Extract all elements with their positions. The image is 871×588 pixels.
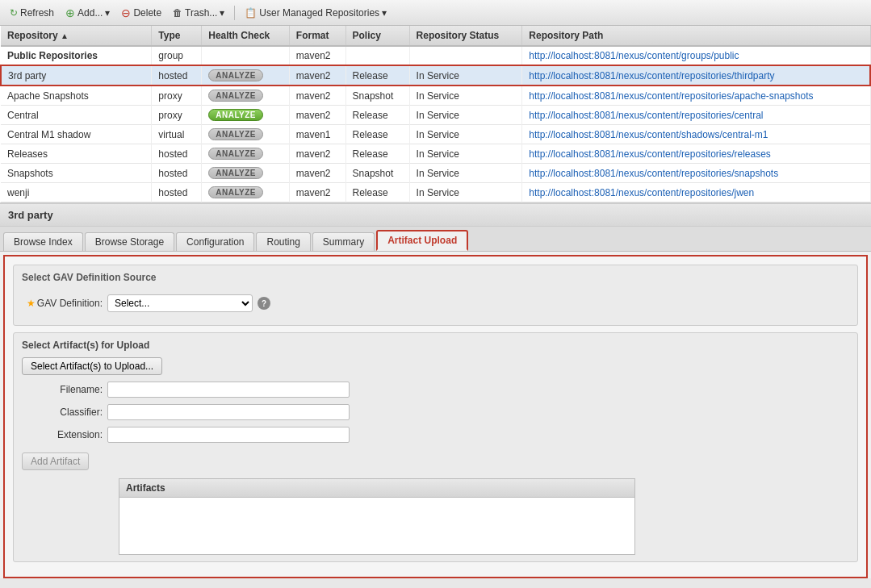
repo-path-link[interactable]: http://localhost:8081/nexus/content/repo… (529, 148, 771, 160)
gav-label: ★GAV Definition: (22, 298, 103, 309)
tab-browse-index[interactable]: Browse Index (3, 232, 83, 251)
analyze-button[interactable]: ANALYZE (208, 109, 263, 121)
panel-title: 3rd party (0, 204, 871, 227)
col-policy[interactable]: Policy (345, 26, 409, 46)
repo-path-link[interactable]: http://localhost:8081/nexus/content/repo… (529, 168, 778, 179)
delete-button[interactable]: ⊖ Delete (118, 5, 165, 21)
repo-path-cell: http://localhost:8081/nexus/content/repo… (522, 65, 870, 85)
repo-healthcheck-cell: ANALYZE (202, 125, 290, 144)
repo-status-cell: In Service (409, 164, 522, 183)
repo-format-cell: maven2 (289, 164, 345, 183)
repositories-table: Repository ▲ Type Health Check Format Po… (0, 26, 871, 202)
repo-format-cell: maven2 (289, 65, 345, 85)
col-format[interactable]: Format (289, 26, 345, 46)
analyze-button[interactable]: ANALYZE (208, 90, 263, 102)
analyze-button[interactable]: ANALYZE (208, 69, 263, 81)
repo-type-cell: proxy (152, 85, 202, 106)
trash-button[interactable]: 🗑 Trash... ▾ (170, 6, 228, 20)
repo-type-cell: proxy (152, 106, 202, 125)
refresh-icon: ↻ (10, 7, 18, 19)
trash-dropdown-icon: ▾ (220, 7, 224, 19)
repo-path-cell: http://localhost:8081/nexus/content/repo… (522, 106, 870, 125)
tab-summary[interactable]: Summary (312, 232, 375, 251)
col-repository[interactable]: Repository ▲ (1, 26, 152, 46)
repo-path-cell: http://localhost:8081/nexus/content/grou… (522, 46, 870, 65)
user-managed-icon: 📋 (245, 7, 257, 19)
table-row[interactable]: Central M1 shadowvirtualANALYZEmaven1Rel… (1, 125, 870, 144)
tab-routing[interactable]: Routing (256, 232, 310, 251)
table-row[interactable]: 3rd partyhostedANALYZEmaven2ReleaseIn Se… (1, 65, 870, 85)
repo-policy-cell: Release (345, 65, 409, 85)
analyze-button[interactable]: ANALYZE (208, 128, 263, 140)
artifact-subsection-title: Select Artifact(s) for Upload (22, 340, 849, 351)
gav-definition-select[interactable]: Select...From POMGAV Parameters (107, 294, 253, 312)
tab-browse-storage[interactable]: Browse Storage (85, 232, 174, 251)
artifacts-body (119, 498, 634, 554)
col-health-check[interactable]: Health Check (202, 26, 290, 46)
repo-path-link[interactable]: http://localhost:8081/nexus/content/grou… (529, 50, 739, 61)
repo-status-cell: In Service (409, 125, 522, 144)
gav-section-title: Select GAV Definition Source (22, 272, 849, 286)
repo-policy-cell: Release (345, 125, 409, 144)
repo-path-link[interactable]: http://localhost:8081/nexus/content/repo… (529, 90, 813, 102)
table-header-row: Repository ▲ Type Health Check Format Po… (1, 26, 870, 46)
help-icon[interactable]: ? (258, 297, 270, 310)
refresh-button[interactable]: ↻ Refresh (6, 6, 57, 20)
analyze-button[interactable]: ANALYZE (208, 148, 263, 160)
repo-format-cell: maven1 (289, 125, 345, 144)
repo-path-link[interactable]: http://localhost:8081/nexus/content/repo… (529, 187, 754, 198)
extension-input[interactable] (107, 427, 350, 443)
add-icon: ⊕ (65, 6, 75, 19)
repo-path-cell: http://localhost:8081/nexus/content/repo… (522, 85, 870, 106)
extension-row: Extension: (22, 427, 849, 443)
classifier-label: Classifier: (22, 407, 103, 418)
repo-healthcheck-cell: ANALYZE (202, 65, 290, 85)
classifier-input[interactable] (107, 404, 350, 420)
artifact-upload-panel: Select GAV Definition Source ★GAV Defini… (3, 255, 868, 578)
col-status[interactable]: Repository Status (409, 26, 522, 46)
analyze-button[interactable]: ANALYZE (208, 186, 263, 198)
repo-name-cell: Apache Snapshots (1, 85, 152, 106)
repo-path-cell: http://localhost:8081/nexus/content/repo… (522, 183, 870, 202)
extension-label: Extension: (22, 429, 103, 440)
repo-path-link[interactable]: http://localhost:8081/nexus/content/repo… (529, 110, 763, 121)
repo-path-cell: http://localhost:8081/nexus/content/repo… (522, 164, 870, 183)
analyze-button[interactable]: ANALYZE (208, 167, 263, 179)
table-row[interactable]: ReleaseshostedANALYZEmaven2ReleaseIn Ser… (1, 144, 870, 164)
select-artifacts-button[interactable]: Select Artifact(s) to Upload... (22, 357, 162, 375)
table-row[interactable]: wenjihostedANALYZEmaven2ReleaseIn Servic… (1, 183, 870, 202)
repo-type-cell: hosted (152, 183, 202, 202)
repo-policy-cell (345, 46, 409, 65)
repo-healthcheck-cell: ANALYZE (202, 164, 290, 183)
artifacts-section: Artifacts (119, 478, 849, 555)
tab-artifact-upload[interactable]: Artifact Upload (376, 230, 468, 251)
repo-name-cell: Central M1 shadow (1, 125, 152, 144)
repo-status-cell: In Service (409, 183, 522, 202)
add-button[interactable]: ⊕ Add... ▾ (62, 5, 113, 21)
tab-configuration[interactable]: Configuration (176, 232, 254, 251)
artifacts-box: Artifacts (119, 478, 635, 555)
col-path[interactable]: Repository Path (522, 26, 870, 46)
repo-path-link[interactable]: http://localhost:8081/nexus/content/repo… (529, 70, 774, 81)
col-type[interactable]: Type (152, 26, 202, 46)
table-row[interactable]: SnapshotshostedANALYZEmaven2SnapshotIn S… (1, 164, 870, 183)
repo-healthcheck-cell: ANALYZE (202, 85, 290, 106)
add-artifact-button[interactable]: Add Artifact (22, 452, 89, 470)
repo-status-cell: In Service (409, 144, 522, 164)
repo-type-cell: group (152, 46, 202, 65)
repo-format-cell: maven2 (289, 144, 345, 164)
table-row[interactable]: Apache SnapshotsproxyANALYZEmaven2Snapsh… (1, 85, 870, 106)
table-row[interactable]: Public Repositoriesgroupmaven2http://loc… (1, 46, 870, 65)
repo-healthcheck-cell: ANALYZE (202, 144, 290, 164)
filename-input[interactable] (107, 382, 350, 398)
repo-policy-cell: Release (345, 183, 409, 202)
repo-path-cell: http://localhost:8081/nexus/content/repo… (522, 144, 870, 164)
repo-policy-cell: Release (345, 144, 409, 164)
user-managed-button[interactable]: 📋 User Managed Repositories ▾ (241, 6, 390, 20)
artifacts-upload-section: Select Artifact(s) for Upload Select Art… (13, 332, 858, 562)
toolbar: ↻ Refresh ⊕ Add... ▾ ⊖ Delete 🗑 Trash...… (0, 0, 871, 26)
table-row[interactable]: CentralproxyANALYZEmaven2ReleaseIn Servi… (1, 106, 870, 125)
trash-icon: 🗑 (173, 7, 182, 19)
table-body: Public Repositoriesgroupmaven2http://loc… (1, 46, 870, 202)
repo-path-link[interactable]: http://localhost:8081/nexus/content/shad… (529, 129, 768, 140)
